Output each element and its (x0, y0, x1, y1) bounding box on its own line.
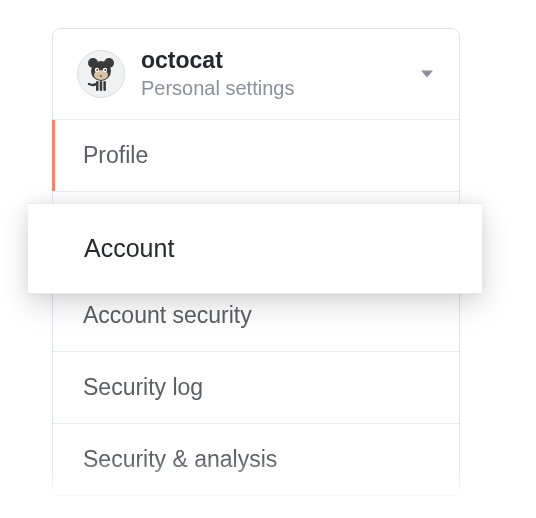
svg-point-2 (104, 58, 114, 68)
sidebar-item-label: Security log (83, 374, 203, 400)
svg-point-8 (100, 75, 102, 77)
caret-down-icon[interactable] (421, 70, 433, 77)
sidebar-item-account[interactable]: Account (28, 203, 482, 294)
username: octocat (141, 47, 435, 75)
sidebar-item-security-analysis[interactable]: Security & analysis (53, 423, 459, 495)
svg-rect-9 (96, 81, 99, 91)
header-subtitle: Personal settings (141, 75, 435, 101)
sidebar-item-label: Account (84, 234, 174, 262)
sidebar-item-security-log[interactable]: Security log (53, 351, 459, 423)
svg-point-6 (96, 69, 98, 71)
sidebar-item-profile[interactable]: Profile (53, 119, 459, 191)
avatar (77, 50, 125, 98)
settings-header[interactable]: octocat Personal settings (53, 29, 459, 119)
sidebar-item-label: Account security (83, 302, 252, 328)
octocat-avatar-icon (81, 54, 121, 94)
svg-rect-10 (100, 81, 103, 91)
sidebar-item-label: Profile (83, 142, 148, 168)
sidebar-item-label: Security & analysis (83, 446, 277, 472)
svg-point-1 (88, 58, 98, 68)
header-text: octocat Personal settings (141, 47, 435, 101)
svg-rect-11 (103, 81, 106, 91)
svg-point-7 (104, 69, 106, 71)
